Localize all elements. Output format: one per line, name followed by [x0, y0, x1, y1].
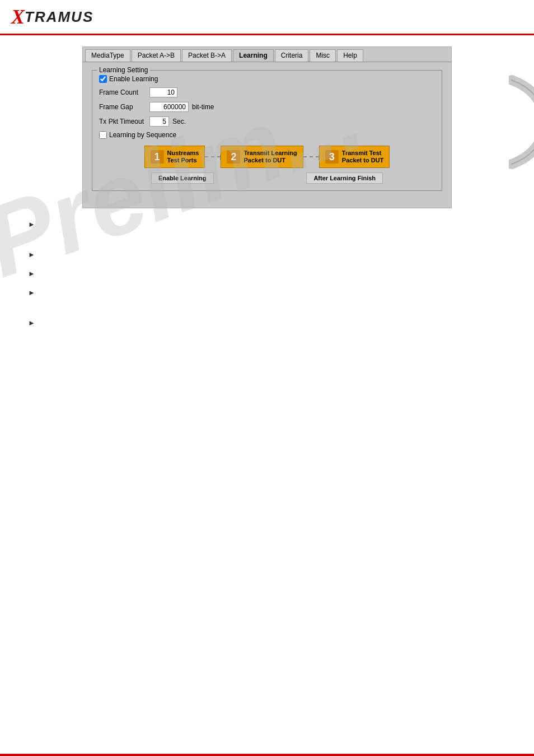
- enable-learning-label: Enable Learning: [109, 75, 158, 83]
- frame-count-label: Frame Count: [99, 88, 149, 96]
- tx-pkt-timeout-row: Tx Pkt Timeout 5 Sec.: [99, 116, 435, 127]
- tab-bar: MediaType Packet A->B Packet B->A Learni…: [83, 47, 451, 62]
- tab-learning[interactable]: Learning: [233, 49, 274, 62]
- panel-wrapper: MediaType Packet A->B Packet B->A Learni…: [17, 46, 517, 208]
- bullet-arrow-4: ►: [28, 288, 35, 297]
- tab-packet-ab[interactable]: Packet A->B: [132, 49, 181, 62]
- learning-by-sequence-row: Learning by Sequence: [99, 131, 435, 139]
- group-label: Learning Setting: [97, 66, 150, 74]
- footer-line: [0, 754, 534, 756]
- flow-arrow-2: [303, 156, 319, 157]
- flow-step-3: 3 Transmit Test Packet to DUT: [319, 146, 390, 168]
- flow-label-enable: Enable Learning: [151, 172, 214, 184]
- bullet-arrow-1: ►: [28, 220, 35, 228]
- frame-gap-row: Frame Gap 600000 bit-time: [99, 102, 435, 112]
- frame-gap-input[interactable]: 600000: [149, 102, 189, 112]
- main-content: MediaType Packet A->B Packet B->A Learni…: [0, 35, 534, 348]
- step-2-text: Transmit Learning Packet to DUT: [243, 150, 297, 164]
- bullet-arrow-3: ►: [28, 269, 35, 278]
- step-2-number: 2: [227, 150, 240, 164]
- header: X TRAMUS: [0, 0, 534, 35]
- tx-pkt-timeout-label: Tx Pkt Timeout: [99, 118, 149, 125]
- flow-step-2: 2 Transmit Learning Packet to DUT: [221, 146, 303, 168]
- frame-count-row: Frame Count 10: [99, 87, 435, 97]
- learning-setting-group: Learning Setting Enable Learning Frame C…: [92, 70, 442, 191]
- learning-by-sequence-label: Learning by Sequence: [109, 131, 176, 139]
- enable-learning-row: Enable Learning: [99, 75, 435, 83]
- bullet-item-2: ►: [28, 250, 506, 259]
- flow-arrow-1: [205, 156, 221, 157]
- panel-content: Learning Setting Enable Learning Frame C…: [83, 62, 451, 208]
- bullet-item-5: ►: [28, 318, 506, 327]
- tab-packet-ba[interactable]: Packet B->A: [182, 49, 232, 62]
- step-1-text: Nustreams Test Ports: [167, 150, 199, 164]
- tab-criteria[interactable]: Criteria: [275, 49, 309, 62]
- logo-x: X: [11, 7, 25, 27]
- step-1-number: 1: [151, 150, 164, 164]
- tab-misc[interactable]: Misc: [310, 49, 336, 62]
- bullet-item-4: ►: [28, 288, 506, 297]
- tx-pkt-timeout-input[interactable]: 5: [149, 116, 169, 127]
- flow-diagram: 1 Nustreams Test Ports: [99, 146, 435, 168]
- bullet-arrow-5: ►: [28, 319, 35, 327]
- frame-count-input[interactable]: 10: [149, 87, 177, 97]
- step-3-text: Transmit Test Packet to DUT: [342, 150, 384, 164]
- tab-help[interactable]: Help: [337, 49, 363, 62]
- frame-gap-unit: bit-time: [192, 103, 214, 111]
- bullet-arrow-2: ►: [28, 250, 35, 259]
- bullet-item-1: ►: [28, 220, 506, 228]
- enable-learning-checkbox[interactable]: [99, 75, 107, 83]
- flow-labels: Enable Learning After Learning Finish: [99, 172, 435, 184]
- frame-gap-label: Frame Gap: [99, 103, 149, 111]
- flow-step-1: 1 Nustreams Test Ports: [144, 146, 205, 168]
- bullet-section: ► ► ► ► ►: [17, 220, 517, 327]
- step-3-number: 3: [325, 150, 339, 164]
- settings-panel: MediaType Packet A->B Packet B->A Learni…: [82, 46, 452, 208]
- bullet-item-3: ►: [28, 269, 506, 278]
- tx-pkt-timeout-unit: Sec.: [172, 118, 186, 125]
- tab-mediatype[interactable]: MediaType: [85, 49, 130, 62]
- learning-by-sequence-checkbox[interactable]: [99, 131, 107, 139]
- right-arrow-decoration: [509, 74, 534, 170]
- logo-text: TRAMUS: [25, 8, 93, 26]
- flow-label-after: After Learning Finish: [306, 172, 383, 184]
